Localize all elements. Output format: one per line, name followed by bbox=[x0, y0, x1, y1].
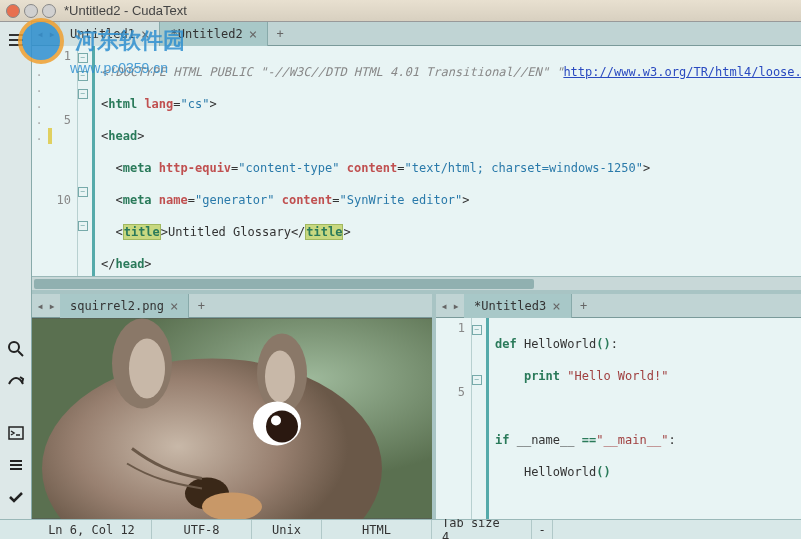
tab-untitled3[interactable]: *Untitled3× bbox=[464, 294, 572, 318]
svg-rect-1 bbox=[9, 427, 23, 439]
status-extra[interactable]: - bbox=[532, 520, 553, 539]
search-icon[interactable] bbox=[0, 333, 32, 365]
window-minimize-button[interactable] bbox=[24, 4, 38, 18]
modified-marker bbox=[48, 128, 52, 144]
statusbar: Ln 6, Col 12 UTF-8 Unix HTML Tab size 4_… bbox=[0, 519, 801, 539]
tab-next-icon[interactable]: ▸ bbox=[46, 296, 58, 316]
status-encoding[interactable]: UTF-8 bbox=[152, 520, 252, 539]
console-icon[interactable] bbox=[0, 417, 32, 449]
svg-point-5 bbox=[129, 339, 165, 399]
tab-bar-bottom-left: ◂▸ squirrel2.png× + bbox=[32, 294, 432, 318]
goto-icon[interactable] bbox=[0, 365, 32, 397]
code-area[interactable]: def HelloWorld(): print "Hello World!" i… bbox=[491, 318, 801, 519]
squirrel-image bbox=[32, 318, 432, 519]
svg-point-10 bbox=[271, 416, 281, 426]
tab-squirrel[interactable]: squirrel2.png× bbox=[60, 294, 189, 318]
tab-prev-icon[interactable]: ◂ bbox=[34, 24, 46, 44]
window-maximize-button[interactable] bbox=[42, 4, 56, 18]
close-icon[interactable]: × bbox=[141, 26, 149, 42]
gutter: 15 bbox=[436, 318, 472, 519]
tab-untitled1[interactable]: Untitled1× bbox=[60, 22, 160, 46]
tab-add-button[interactable]: + bbox=[189, 299, 213, 313]
image-viewer[interactable] bbox=[32, 318, 432, 519]
status-tabsize[interactable]: Tab size 4_ bbox=[432, 520, 532, 539]
status-lexer[interactable]: HTML bbox=[322, 520, 432, 539]
sidebar bbox=[0, 22, 32, 519]
editor-top[interactable]: ..... 1510 −−−−− <!DOCTYPE HTML PUBLIC "… bbox=[32, 46, 801, 276]
status-line-endings[interactable]: Unix bbox=[252, 520, 322, 539]
close-icon[interactable]: × bbox=[249, 26, 257, 42]
tab-prev-icon[interactable]: ◂ bbox=[438, 296, 450, 316]
tab-bar-top: ◂ ▸ Untitled1× *Untitled2× + bbox=[32, 22, 801, 46]
close-icon[interactable]: × bbox=[552, 298, 560, 314]
editor-bottom-right[interactable]: 15 −− def HelloWorld(): print "Hello Wor… bbox=[436, 318, 801, 519]
svg-point-9 bbox=[266, 411, 298, 443]
tab-prev-icon[interactable]: ◂ bbox=[34, 296, 46, 316]
code-area[interactable]: <!DOCTYPE HTML PUBLIC "-//W3C//DTD HTML … bbox=[97, 46, 801, 276]
tab-bar-bottom-right: ◂▸ *Untitled3× + bbox=[436, 294, 801, 318]
window-title: *Untitled2 - CudaText bbox=[64, 3, 187, 18]
titlebar: *Untitled2 - CudaText bbox=[0, 0, 801, 22]
tab-next-icon[interactable]: ▸ bbox=[450, 296, 462, 316]
window-close-button[interactable] bbox=[6, 4, 20, 18]
gutter: ..... 1510 bbox=[32, 46, 78, 276]
validate-icon[interactable] bbox=[0, 481, 32, 513]
scrollbar-horizontal[interactable] bbox=[32, 276, 801, 290]
fold-column[interactable]: −−−−− bbox=[78, 46, 92, 276]
output-icon[interactable] bbox=[0, 449, 32, 481]
tab-next-icon[interactable]: ▸ bbox=[46, 24, 58, 44]
fold-column[interactable]: −− bbox=[472, 318, 486, 519]
svg-point-0 bbox=[9, 342, 19, 352]
svg-point-7 bbox=[265, 351, 295, 403]
sidebar-menu-icon[interactable] bbox=[0, 24, 32, 56]
tab-add-button[interactable]: + bbox=[268, 27, 292, 41]
status-position[interactable]: Ln 6, Col 12 bbox=[32, 520, 152, 539]
tab-add-button[interactable]: + bbox=[572, 299, 596, 313]
close-icon[interactable]: × bbox=[170, 298, 178, 314]
tab-untitled2[interactable]: *Untitled2× bbox=[160, 22, 268, 46]
doctype-url-link[interactable]: http://www.w3.org/TR/html4/loose.dt bbox=[563, 65, 801, 79]
